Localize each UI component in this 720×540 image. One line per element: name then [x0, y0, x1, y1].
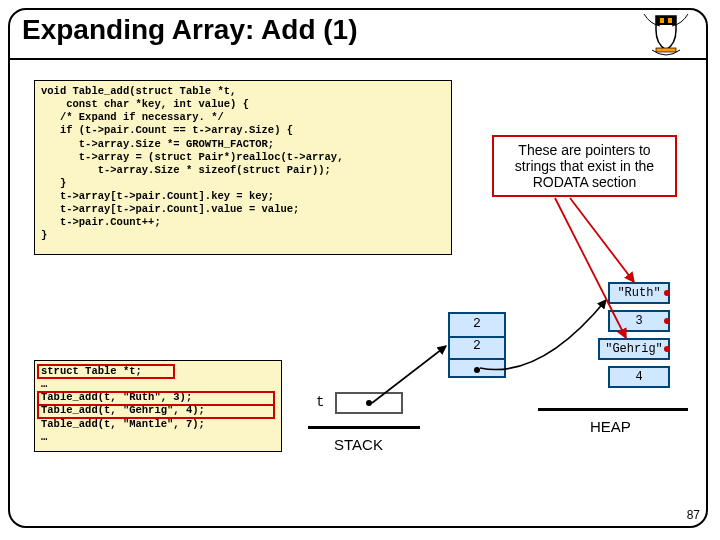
struct-field-count: 2 — [450, 316, 504, 331]
svg-rect-2 — [656, 48, 676, 52]
heap-struct-table: 2 2 — [448, 312, 506, 378]
rodata-ptr-dot-gehrig — [664, 346, 670, 352]
rodata-note-text: These are pointers to strings that exist… — [496, 142, 673, 190]
slide-frame: Expanding Array: Add (1) void Table_add(… — [8, 8, 708, 528]
code-calls: struct Table *t; … Table_add(t, "Ruth", … — [34, 360, 282, 452]
stack-label: STACK — [334, 436, 383, 453]
stack-rule — [308, 426, 420, 429]
rodata-note: These are pointers to strings that exist… — [492, 135, 677, 197]
rodata-ptr-dot-3 — [664, 318, 670, 324]
code-main: void Table_add(struct Table *t, const ch… — [34, 80, 452, 255]
rodata-ptr-dot-ruth — [664, 290, 670, 296]
title-rule — [10, 58, 706, 60]
princeton-shield-icon — [636, 12, 696, 56]
stack-t-ptr-dot — [366, 400, 372, 406]
heap-pair-value-4: 4 — [608, 366, 670, 388]
stack-var-t-label: t — [316, 394, 324, 410]
heap-rule — [538, 408, 688, 411]
struct-field-array-ptr — [450, 362, 504, 377]
svg-rect-1 — [668, 18, 672, 23]
heap-pair-key-ruth: "Ruth" — [608, 282, 670, 304]
struct-field-size: 2 — [450, 338, 504, 353]
stack-var-t — [335, 392, 403, 414]
heap-pair-key-gehrig: "Gehrig" — [598, 338, 670, 360]
heap-pair-value-3: 3 — [608, 310, 670, 332]
heap-label: HEAP — [590, 418, 631, 435]
svg-rect-0 — [660, 18, 664, 23]
page-number: 87 — [687, 508, 700, 522]
slide-title: Expanding Array: Add (1) — [22, 14, 358, 46]
